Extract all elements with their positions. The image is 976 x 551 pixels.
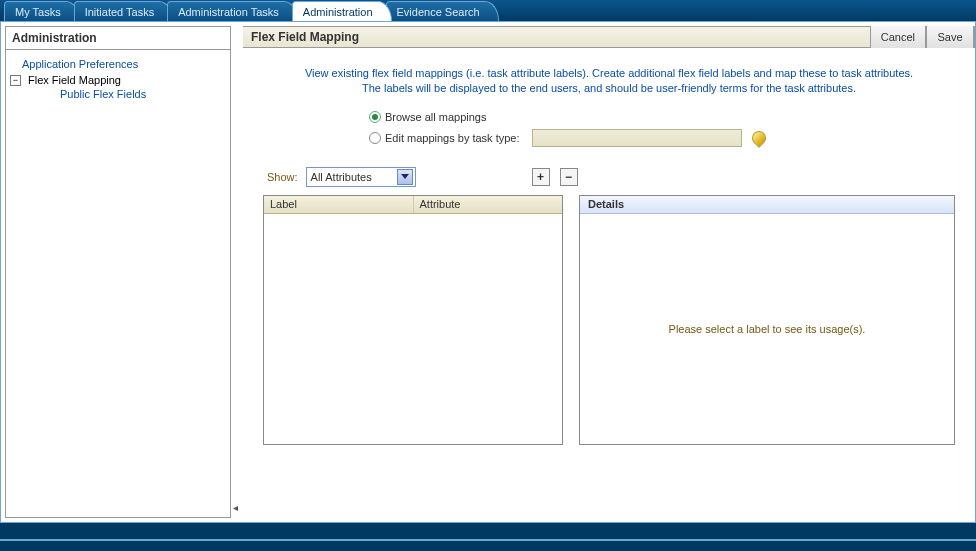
content-body: View existing flex field mappings (i.e. …	[243, 48, 975, 518]
mappings-grid[interactable]: Label Attribute	[263, 195, 563, 445]
tab-my-tasks[interactable]: My Tasks	[4, 1, 80, 21]
mapping-mode-radiogroup: Browse all mappings Edit mappings by tas…	[369, 111, 849, 147]
tree-app-prefs[interactable]: Application Preferences	[10, 56, 226, 72]
grid-col-attribute[interactable]: Attribute	[414, 196, 563, 213]
cancel-button[interactable]: Cancel	[870, 26, 926, 48]
chevron-down-icon[interactable]	[397, 169, 413, 185]
intro-line2: The labels will be displayed to the end …	[362, 82, 856, 94]
sidebar-tree: Application Preferences Flex Field Mappi…	[6, 50, 230, 110]
show-select-value: All Attributes	[311, 171, 372, 183]
grid-col-label[interactable]: Label	[264, 196, 414, 213]
app-root: My Tasks Initiated Tasks Administration …	[0, 0, 976, 551]
page-title: Flex Field Mapping	[251, 30, 359, 44]
lower-split: Label Attribute Details Please select a …	[263, 195, 955, 445]
save-button[interactable]: Save	[926, 26, 974, 48]
add-mapping-button[interactable]: +	[532, 168, 550, 186]
radio-by-task-type[interactable]	[369, 132, 381, 144]
task-type-lookup-icon[interactable]	[749, 128, 769, 148]
tab-administration[interactable]: Administration	[292, 1, 392, 21]
tab-evidence-search[interactable]: Evidence Search	[386, 1, 499, 21]
details-empty-message: Please select a label to see its usage(s…	[580, 214, 954, 444]
details-panel: Details Please select a label to see its…	[579, 195, 955, 445]
radio-by-task-type-label: Edit mappings by task type:	[385, 132, 520, 144]
sidebar-panel: Administration Application Preferences F…	[5, 26, 231, 518]
link-public-flex-fields[interactable]: Public Flex Fields	[60, 88, 146, 100]
content-header: Flex Field Mapping Cancel Save	[243, 26, 975, 48]
main-tabbar: My Tasks Initiated Tasks Administration …	[0, 0, 976, 22]
workspace: Administration Application Preferences F…	[0, 22, 976, 523]
content-panel: Flex Field Mapping Cancel Save View exis…	[243, 26, 975, 518]
intro-text: View existing flex field mappings (i.e. …	[305, 66, 913, 97]
intro-line1: View existing flex field mappings (i.e. …	[305, 67, 913, 79]
link-app-prefs[interactable]: Application Preferences	[22, 58, 138, 70]
tree-flex-field-mapping-label: Flex Field Mapping	[28, 74, 121, 86]
radio-browse-all[interactable]	[369, 111, 381, 123]
details-title: Details	[580, 196, 954, 214]
show-label: Show:	[267, 171, 298, 183]
grid-header: Label Attribute	[264, 196, 562, 214]
radio-browse-all-row[interactable]: Browse all mappings	[369, 111, 849, 123]
sidebar-title: Administration	[6, 27, 230, 50]
task-type-input[interactable]	[532, 129, 742, 147]
remove-mapping-button[interactable]: −	[560, 168, 578, 186]
radio-browse-all-label: Browse all mappings	[385, 111, 487, 123]
tab-administration-tasks[interactable]: Administration Tasks	[167, 1, 298, 21]
grid-body	[264, 214, 562, 444]
tree-flex-field-mapping[interactable]: Flex Field Mapping Public Flex Fields	[10, 72, 226, 104]
show-row: Show: All Attributes + −	[267, 167, 955, 187]
show-select[interactable]: All Attributes	[306, 167, 416, 187]
splitter-handle[interactable]	[235, 22, 243, 522]
tab-initiated-tasks[interactable]: Initiated Tasks	[74, 1, 174, 21]
tree-public-flex-fields[interactable]: Public Flex Fields	[42, 86, 226, 102]
radio-by-task-type-row[interactable]: Edit mappings by task type:	[369, 129, 849, 147]
footer-bar	[0, 539, 976, 551]
